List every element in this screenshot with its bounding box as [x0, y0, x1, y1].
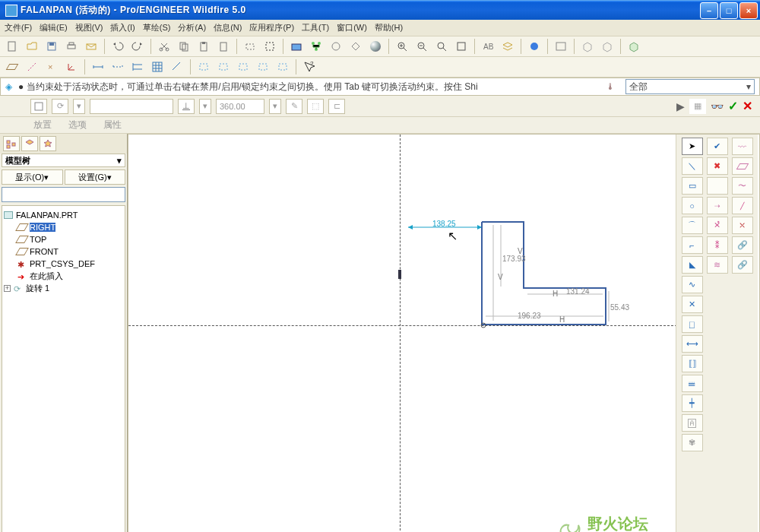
dim-d5[interactable]: 196.23 [518, 312, 541, 320]
datum-axis-icon[interactable] [23, 59, 41, 75]
cut-icon[interactable] [155, 38, 173, 55]
cancel-button[interactable]: ✕ [743, 99, 752, 113]
menu-analysis[interactable]: 分析(A) [178, 22, 206, 33]
dim-scale-icon[interactable] [168, 59, 186, 75]
tree-front[interactable]: FRONT [4, 245, 123, 258]
tree-tab-fav[interactable] [40, 136, 56, 151]
named-views-icon[interactable] [347, 38, 365, 55]
layer-icon[interactable] [499, 38, 517, 55]
glasses-icon[interactable]: 👓 [711, 100, 724, 112]
whatsthis-icon[interactable]: ? [300, 59, 318, 75]
chamfer-tool-icon[interactable]: ◣ [682, 256, 703, 274]
curve-tool-icon[interactable]: 〜 [732, 177, 753, 195]
cube1-icon[interactable] [578, 38, 597, 55]
menu-insert[interactable]: 插入(I) [110, 22, 135, 33]
pause-icon[interactable]: ▦ [689, 99, 706, 114]
menu-window[interactable]: 窗口(W) [337, 22, 367, 33]
cancel-tool-icon[interactable]: ✖ [707, 157, 728, 175]
blank-icon[interactable] [707, 177, 728, 195]
zoom-fit-icon[interactable] [432, 38, 451, 55]
datum-plane-icon[interactable] [3, 59, 21, 75]
useedge-tool-icon[interactable]: ⎕ [682, 315, 703, 333]
axis-tool-icon[interactable]: ╱ [732, 197, 753, 214]
cube3-icon[interactable] [625, 38, 643, 55]
tree-csys[interactable]: ✱PRT_CSYS_DEF [4, 258, 123, 270]
remove-icon[interactable]: ⬚ [307, 99, 324, 114]
dim-grid-icon[interactable] [148, 59, 166, 75]
tree-filter-dropdown[interactable] [2, 187, 125, 202]
dbl-break-icon[interactable]: ≋ [707, 256, 728, 274]
regen-icon[interactable] [241, 38, 259, 55]
model-tree[interactable]: FALANPAN.PRT RIGHT TOP FRONT ✱PRT_CSYS_D… [2, 205, 125, 532]
section-drop-icon[interactable]: ▾ [73, 99, 85, 114]
circle-tool-icon[interactable]: ○ [682, 197, 703, 214]
dim-d3[interactable]: 131.24 [566, 287, 590, 296]
dim-d2[interactable]: 173.93 [502, 255, 526, 263]
sec-dash4-icon[interactable] [254, 59, 272, 75]
sketch-area[interactable]: 138.25 173.93 V V H 131.24 55.43 196.23 … [128, 135, 677, 532]
disp-datum-icon[interactable] [525, 38, 543, 55]
viewport[interactable]: 138.25 173.93 V V H 131.24 55.43 196.23 … [128, 134, 760, 532]
select-box-icon[interactable] [261, 38, 279, 55]
datum-point-icon[interactable]: × [43, 59, 61, 75]
dim-normal-icon[interactable] [89, 59, 107, 75]
point-tool-icon[interactable]: ✕ [682, 296, 703, 313]
menu-sketch[interactable]: 草绘(S) [143, 22, 171, 33]
offset-icon[interactable]: ⇢ [707, 197, 728, 214]
tree-settings-button[interactable]: 设置(G) ▾ [65, 169, 126, 185]
axis-icon[interactable]: ⊥ [178, 99, 195, 114]
internal-sketch-icon[interactable] [30, 99, 47, 114]
cube2-icon[interactable] [598, 38, 616, 55]
check-tool-icon[interactable]: ✔ [707, 138, 728, 155]
open-icon[interactable] [23, 38, 41, 55]
minimize-button[interactable]: – [700, 2, 718, 19]
thin-icon[interactable]: ✎ [286, 99, 302, 114]
section-ref-input[interactable] [90, 99, 173, 114]
repaint-icon[interactable] [452, 38, 470, 55]
csys-tool-icon[interactable]: ⤬ [732, 217, 753, 234]
sec-dash5-icon[interactable] [274, 59, 292, 75]
menu-apps[interactable]: 应用程序(P) [249, 22, 294, 33]
tree-top[interactable]: TOP [4, 233, 123, 245]
menu-edit[interactable]: 编辑(E) [40, 22, 68, 33]
close-button[interactable]: × [739, 2, 758, 19]
spline2-icon[interactable]: 〰 [732, 138, 753, 155]
angle-input[interactable]: 360.00 [216, 99, 264, 114]
modify-tool-icon[interactable]: ⟦⟧ [682, 355, 703, 372]
tab-props[interactable]: 属性 [103, 119, 122, 131]
tab-place[interactable]: 放置 [33, 119, 52, 131]
dim-d1[interactable]: 138.25 [432, 220, 456, 228]
save-icon[interactable] [43, 38, 61, 55]
menu-file[interactable]: 文件(F) [5, 22, 32, 33]
resume-icon[interactable]: ▶ [676, 100, 685, 112]
dim-tool-icon[interactable]: ⟷ [682, 335, 703, 353]
shade-icon[interactable] [366, 38, 385, 55]
text-tool-icon[interactable]: 🄰 [682, 414, 703, 432]
angle-drop[interactable]: ▾ [269, 99, 281, 114]
layers-icon[interactable] [287, 38, 306, 55]
zoom-out-icon[interactable] [413, 38, 431, 55]
link-icon[interactable]: 🔗 [732, 236, 753, 254]
cap-icon[interactable]: ⊏ [328, 99, 345, 114]
plane-tool-icon[interactable] [732, 157, 753, 175]
arc-tool-icon[interactable]: ⌒ [682, 217, 703, 234]
tree-root[interactable]: FALANPAN.PRT [4, 209, 123, 221]
palette-tool-icon[interactable]: ✾ [682, 434, 703, 451]
tab-options[interactable]: 选项 [68, 119, 87, 131]
rect-tool-icon[interactable]: ▭ [682, 177, 703, 195]
tree-revolve[interactable]: +⟳旋转 1 [4, 282, 123, 294]
fillet-tool-icon[interactable]: ⌐ [682, 236, 703, 254]
menu-tools[interactable]: 工具(T) [302, 22, 329, 33]
select-tool-icon[interactable]: ➤ [682, 138, 703, 155]
ok-button[interactable]: ✓ [728, 99, 738, 113]
selection-filter[interactable]: 全部 ▾ [625, 79, 755, 94]
datum-csys-icon[interactable] [62, 59, 81, 75]
dim-d4[interactable]: 55.43 [610, 303, 629, 312]
tree-show-button[interactable]: 显示(O) ▾ [2, 169, 63, 185]
eq-tool-icon[interactable]: ⩸ [682, 375, 703, 392]
winlist-icon[interactable] [552, 38, 570, 55]
sec-dash-icon[interactable] [195, 59, 213, 75]
flip-icon[interactable]: ⟳ [52, 99, 68, 114]
menu-info[interactable]: 信息(N) [214, 22, 242, 33]
maximize-button[interactable]: □ [720, 2, 738, 19]
